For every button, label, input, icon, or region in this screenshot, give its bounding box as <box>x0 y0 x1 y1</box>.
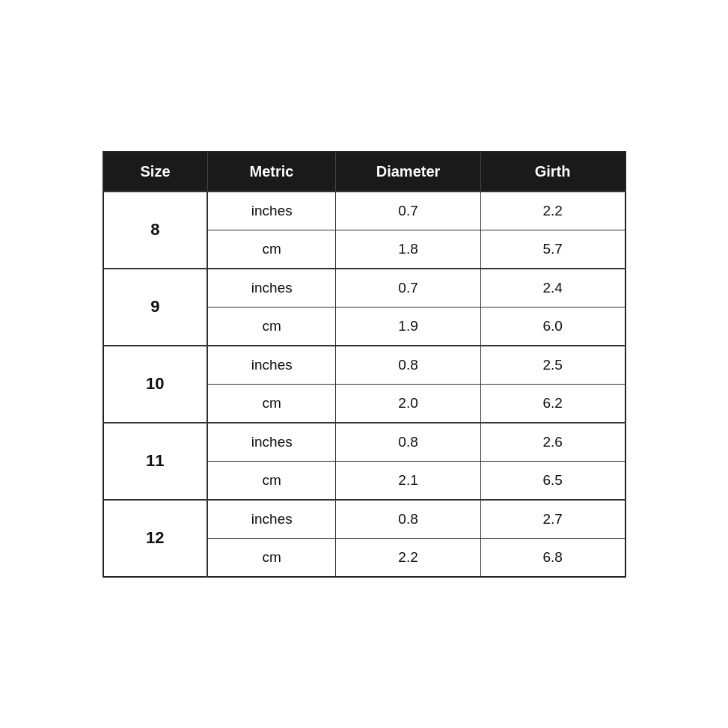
table-row: 8inches0.72.2 <box>103 192 625 230</box>
size-cell-10: 10 <box>103 346 208 423</box>
size-chart-wrapper: Size Metric Diameter Girth 8inches0.72.2… <box>103 151 626 578</box>
diameter-cell: 0.7 <box>336 269 480 308</box>
diameter-cell: 0.8 <box>336 423 480 462</box>
girth-cell: 6.2 <box>480 384 625 423</box>
girth-cell: 2.6 <box>480 423 625 462</box>
metric-cell: cm <box>207 230 336 269</box>
diameter-cell: 0.7 <box>336 192 480 230</box>
metric-cell: inches <box>207 346 336 385</box>
table-row: 9inches0.72.4 <box>103 269 625 308</box>
metric-cell: inches <box>207 269 336 308</box>
header-diameter: Diameter <box>336 152 480 192</box>
diameter-cell: 0.8 <box>336 500 480 539</box>
metric-cell: cm <box>207 307 336 346</box>
table-row: 11inches0.82.6 <box>103 423 625 462</box>
diameter-cell: 2.1 <box>336 461 480 500</box>
size-cell-11: 11 <box>103 423 208 500</box>
diameter-cell: 1.9 <box>336 307 480 346</box>
diameter-cell: 1.8 <box>336 230 480 269</box>
metric-cell: inches <box>207 500 336 539</box>
diameter-cell: 0.8 <box>336 346 480 385</box>
metric-cell: cm <box>207 538 336 577</box>
girth-cell: 6.0 <box>480 307 625 346</box>
metric-cell: cm <box>207 384 336 423</box>
size-chart-table: Size Metric Diameter Girth 8inches0.72.2… <box>103 151 626 578</box>
metric-cell: inches <box>207 423 336 462</box>
metric-cell: inches <box>207 192 336 230</box>
diameter-cell: 2.0 <box>336 384 480 423</box>
metric-cell: cm <box>207 461 336 500</box>
table-header-row: Size Metric Diameter Girth <box>103 152 625 192</box>
size-cell-8: 8 <box>103 192 208 269</box>
size-cell-12: 12 <box>103 500 208 577</box>
girth-cell: 6.8 <box>480 538 625 577</box>
size-cell-9: 9 <box>103 269 208 346</box>
header-size: Size <box>103 152 208 192</box>
table-row: 10inches0.82.5 <box>103 346 625 385</box>
girth-cell: 5.7 <box>480 230 625 269</box>
girth-cell: 6.5 <box>480 461 625 500</box>
girth-cell: 2.2 <box>480 192 625 230</box>
girth-cell: 2.4 <box>480 269 625 308</box>
diameter-cell: 2.2 <box>336 538 480 577</box>
header-girth: Girth <box>480 152 625 192</box>
girth-cell: 2.5 <box>480 346 625 385</box>
header-metric: Metric <box>207 152 336 192</box>
girth-cell: 2.7 <box>480 500 625 539</box>
table-row: 12inches0.82.7 <box>103 500 625 539</box>
